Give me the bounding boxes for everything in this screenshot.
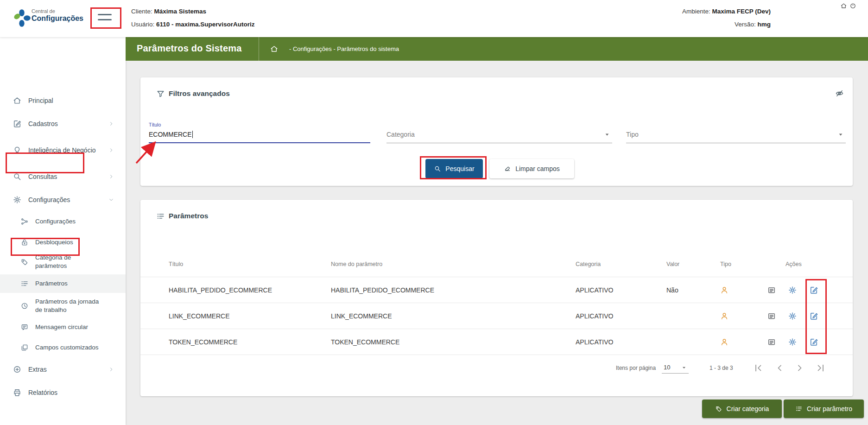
sidebar-item-label: Desbloqueios — [35, 238, 101, 247]
brand-line2: Configurações — [32, 14, 83, 23]
row-message-icon[interactable] — [767, 285, 776, 295]
sidebar-item-configuracoes[interactable]: Configurações — [0, 190, 126, 209]
row-message-icon[interactable] — [767, 311, 776, 321]
sidebar-item-cadastros[interactable]: Cadastros — [0, 114, 126, 133]
row-message-icon[interactable] — [767, 337, 776, 347]
cell-nome: HABILITA_PEDIDO_ECOMMERCE — [331, 277, 434, 303]
dropdown-caret-icon — [680, 364, 688, 371]
sidebar-item-label: Parâmetros da jornada de trabalho — [35, 298, 101, 314]
sidebar-item-consultas[interactable]: Consultas — [0, 167, 126, 186]
sidebar-subitem-parametros[interactable]: Parâmetros — [0, 274, 126, 293]
sidebar-item-label: Consultas — [28, 172, 98, 181]
parametros-card: Parâmetros Título Nome do parâmetro Cate… — [140, 200, 853, 396]
chevron-right-icon — [108, 121, 114, 127]
column-header-valor: Valor — [666, 261, 679, 267]
brand-line1: Central de — [32, 8, 83, 14]
home-icon[interactable] — [840, 2, 847, 9]
cell-valor: Não — [666, 277, 678, 303]
sidebar-subitem-parametros-da-jornada[interactable]: Parâmetros da jornada de trabalho — [0, 294, 126, 318]
pesquisar-button[interactable]: Pesquisar — [425, 159, 483, 178]
criar-categoria-label: Criar categoria — [727, 405, 769, 412]
sidebar-item-principal[interactable]: Principal — [0, 91, 126, 110]
tag-icon — [20, 258, 29, 266]
breadcrumb-home-icon[interactable] — [270, 44, 279, 53]
criar-categoria-button[interactable]: Criar categoria — [702, 400, 782, 418]
chevron-right-icon — [108, 366, 114, 373]
filters-card: Filtros avançados Título ECOMMERCE Categ… — [140, 77, 853, 186]
clock-icon — [20, 302, 29, 310]
sidebar-subitem-categoria-de-parametros[interactable]: Categoria de parâmetros — [0, 250, 126, 274]
row-settings-icon[interactable] — [788, 311, 797, 321]
limpar-campos-button[interactable]: Limpar campos — [489, 159, 574, 178]
row-edit-icon[interactable] — [809, 337, 818, 347]
row-settings-icon[interactable] — [788, 337, 797, 347]
sidebar-item-inteligencia-de-negocio[interactable]: Inteligência de Negócio — [0, 137, 126, 163]
previous-page-icon[interactable] — [774, 362, 785, 374]
titlebar-divider — [259, 37, 259, 61]
row-settings-icon[interactable] — [788, 285, 797, 295]
chevron-down-icon — [108, 197, 114, 203]
top-header: Central de Configurações Cliente: Máxima… — [0, 0, 868, 37]
plus-circle-icon — [13, 365, 22, 374]
criar-parametro-button[interactable]: Criar parâmetro — [784, 400, 864, 418]
column-header-categoria: Categoria — [576, 261, 601, 267]
column-header-nome: Nome do parâmetro — [331, 261, 382, 267]
bulb-icon — [13, 146, 22, 155]
user-icon — [720, 303, 729, 329]
limpar-label: Limpar campos — [515, 165, 560, 172]
sidebar-subitem-configuracoes[interactable]: Configurações — [0, 212, 126, 231]
dropdown-caret-icon — [836, 130, 845, 139]
chevron-right-icon — [108, 147, 114, 153]
cell-titulo: TOKEN_ECOMMERCE — [169, 329, 237, 355]
items-per-page-value: 10 — [664, 364, 670, 371]
hub-icon — [20, 217, 29, 226]
sidebar-subitem-mensagem-circular[interactable]: Mensagem circular — [0, 318, 126, 336]
first-page-icon[interactable] — [753, 362, 764, 374]
column-header-acoes: Ações — [786, 261, 802, 267]
logout-icon[interactable] — [849, 2, 856, 9]
user-info: Usuário: 6110 - maxima.SupervisorAutoriz — [131, 21, 254, 28]
eraser-icon — [504, 165, 511, 172]
row-edit-icon[interactable] — [809, 285, 818, 295]
environment-value: Maxima FECP (Dev) — [712, 8, 771, 15]
sidebar-item-extras[interactable]: Extras — [0, 360, 126, 379]
sidebar-item-label: Parâmetros — [35, 279, 101, 288]
text-cursor — [192, 131, 193, 138]
list-icon — [795, 405, 803, 412]
user-icon — [720, 277, 729, 303]
printer-icon — [13, 388, 22, 397]
page-title: Parâmetros do Sistema — [137, 43, 242, 54]
row-edit-icon[interactable] — [809, 311, 818, 321]
table-row: TOKEN_ECOMMERCE TOKEN_ECOMMERCE APLICATI… — [140, 329, 853, 355]
cell-categoria: APLICATIVO — [576, 303, 613, 329]
filter-icon — [156, 89, 165, 98]
titulo-value: ECOMMERCE — [149, 131, 192, 138]
sidebar: Principal Cadastros Inteligência de Negó… — [0, 37, 126, 425]
sidebar-subitem-desbloqueios[interactable]: Desbloqueios — [0, 233, 126, 252]
sidebar-item-label: Configurações — [35, 217, 101, 226]
last-page-icon[interactable] — [815, 362, 826, 374]
menu-toggle-button[interactable] — [98, 14, 114, 23]
environment-info: Ambiente: Maxima FECP (Dev) — [682, 8, 771, 15]
parametros-title: Parâmetros — [169, 212, 208, 220]
items-per-page-select[interactable]: 10 — [662, 362, 689, 374]
sidebar-subitem-campos-customizados[interactable]: Campos customizados — [0, 338, 126, 357]
categoria-placeholder: Categoria — [386, 131, 415, 138]
dropdown-caret-icon — [603, 130, 611, 139]
tag-icon — [715, 405, 722, 412]
breadcrumb: - Configurações - Parâmetros do sistema — [289, 45, 399, 52]
hide-filters-icon[interactable] — [835, 89, 844, 98]
tipo-select[interactable]: Tipo — [626, 124, 846, 143]
cell-categoria: APLICATIVO — [576, 277, 613, 303]
sidebar-item-relatorios[interactable]: Relatórios — [0, 383, 126, 402]
items-per-page-label: Itens por página — [616, 365, 656, 371]
environment-label: Ambiente: — [682, 8, 710, 15]
user-icon — [720, 329, 729, 355]
next-page-icon[interactable] — [794, 362, 805, 374]
unlock-icon — [20, 238, 29, 247]
tipo-placeholder: Tipo — [626, 131, 639, 138]
categoria-select[interactable]: Categoria — [386, 124, 612, 143]
sidebar-item-label: Mensagem circular — [35, 323, 101, 331]
titulo-input[interactable]: Título ECOMMERCE — [149, 124, 370, 143]
sidebar-item-label: Relatórios — [28, 388, 98, 397]
